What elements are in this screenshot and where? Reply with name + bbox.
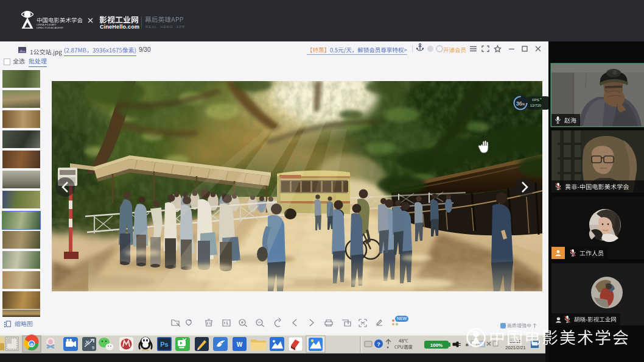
svg-text:100%: 100% [430,342,443,348]
svg-text:FPS: FPS [532,98,539,102]
svg-text:?: ? [377,341,380,347]
svg-text:e: e [30,341,33,347]
svg-text:Ps: Ps [160,341,168,348]
svg-text:9: 9 [92,346,94,350]
svg-text:W: W [237,341,243,348]
svg-text:12/720: 12/720 [530,104,542,107]
